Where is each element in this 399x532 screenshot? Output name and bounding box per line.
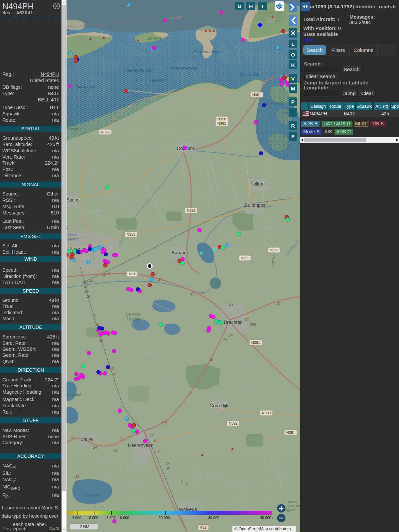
svg-text:23: 23: [70, 436, 74, 440]
svg-text:N381: N381: [251, 340, 260, 344]
svg-text:N361: N361: [252, 93, 261, 97]
svg-text:warden: warden: [66, 237, 78, 241]
svg-text:19: 19: [75, 479, 79, 483]
svg-text:17: 17: [84, 284, 88, 288]
svg-text:10: 10: [165, 461, 169, 465]
svg-text:13: 13: [110, 367, 114, 371]
svg-text:K: K: [291, 62, 295, 68]
svg-text:27: 27: [188, 391, 193, 395]
svg-text:20 000: 20 000: [159, 516, 170, 520]
svg-text:12: 12: [153, 439, 157, 443]
svg-text:O: O: [291, 52, 295, 58]
svg-text:N361: N361: [217, 121, 226, 125]
svg-text:Eilanderbult: Eilanderbult: [239, 72, 259, 76]
svg-text:6 000: 6 000: [89, 516, 98, 520]
svg-text:Buitenpost: Buitenpost: [245, 202, 267, 208]
svg-text:Lauwersmeer: Lauwersmeer: [265, 101, 285, 105]
svg-text:9: 9: [181, 479, 183, 483]
svg-text:28: 28: [200, 291, 204, 295]
svg-text:Feanen: Feanen: [127, 317, 140, 322]
svg-text:M: M: [291, 86, 295, 91]
svg-text:26: 26: [106, 272, 111, 276]
svg-text:T: T: [261, 3, 264, 9]
svg-text:Tsjûkemar: Tsjûkemar: [84, 493, 101, 497]
svg-text:40 000+: 40 000+: [260, 516, 273, 520]
svg-text:I: I: [292, 110, 294, 115]
svg-text:Kollum: Kollum: [250, 181, 265, 187]
svg-text:27: 27: [158, 277, 163, 281]
svg-text:N351: N351: [286, 431, 295, 435]
svg-text:19: 19: [75, 474, 79, 478]
svg-text:2 NM: 2 NM: [80, 524, 89, 529]
svg-text:29: 29: [229, 302, 233, 306]
svg-text:24: 24: [113, 449, 117, 453]
svg-text:11: 11: [157, 450, 161, 454]
svg-text:Heideveld: Heideveld: [150, 78, 167, 82]
svg-text:24: 24: [93, 446, 97, 450]
svg-text:R: R: [291, 123, 295, 129]
svg-text:V: V: [291, 76, 295, 81]
svg-text:30a: 30a: [250, 322, 256, 326]
svg-text:26a: 26a: [161, 420, 167, 424]
svg-text:N31: N31: [129, 272, 135, 276]
svg-text:© OpenStreetMap contributors.: © OpenStreetMap contributors.: [234, 527, 292, 531]
svg-text:Piet Scheve-: Piet Scheve-: [76, 84, 97, 88]
svg-text:31: 31: [277, 302, 281, 306]
svg-text:N369: N369: [241, 256, 249, 260]
svg-text:15: 15: [92, 314, 96, 318]
svg-text:U: U: [238, 3, 241, 9]
svg-text:Friese Wo: Friese Wo: [287, 504, 300, 508]
svg-text:P: P: [291, 99, 295, 105]
svg-text:9: 9: [186, 483, 188, 487]
svg-text:N358: N358: [270, 248, 278, 252]
svg-text:16: 16: [85, 289, 89, 293]
svg-text:De Hôn: De Hôn: [147, 36, 161, 41]
svg-text:Heerenveen: Heerenveen: [128, 443, 153, 448]
svg-text:30: 30: [245, 318, 249, 322]
svg-text:12: 12: [150, 434, 154, 438]
svg-text:Fryslân: Fryslân: [66, 123, 77, 127]
svg-text:30 000: 30 000: [208, 516, 219, 520]
svg-text:Stiens: Stiens: [66, 197, 79, 202]
svg-text:A32: A32: [200, 525, 206, 529]
svg-text:25: 25: [119, 438, 123, 442]
svg-text:Drachten: Drachten: [224, 320, 243, 325]
svg-text:abasis: abasis: [66, 233, 77, 237]
svg-text:L: L: [291, 41, 294, 47]
svg-text:10 000: 10 000: [118, 516, 129, 520]
svg-text:25: 25: [89, 278, 93, 282]
svg-text:F: F: [291, 134, 294, 139]
svg-text:Engelsmanplaat: Engelsmanplaat: [194, 50, 223, 54]
svg-text:N357: N357: [101, 130, 110, 134]
svg-text:13: 13: [111, 372, 115, 376]
svg-text:25: 25: [83, 280, 88, 284]
svg-text:N356: N356: [187, 208, 196, 212]
svg-text:Drents: Drents: [288, 500, 297, 504]
svg-text:10: 10: [166, 466, 170, 470]
svg-text:ûtendyks: ûtendyks: [66, 127, 80, 131]
svg-text:16: 16: [86, 294, 90, 298]
svg-text:H: H: [249, 3, 253, 9]
svg-text:N380: N380: [262, 411, 271, 415]
svg-text:N358: N358: [217, 117, 226, 121]
svg-text:N392: N392: [229, 421, 237, 425]
svg-text:28: 28: [190, 291, 195, 295]
svg-text:Gorredijk: Gorredijk: [209, 403, 229, 408]
svg-text:29: 29: [228, 334, 233, 338]
svg-text:4 000: 4 000: [72, 516, 81, 520]
svg-text:8 000: 8 000: [106, 516, 116, 520]
svg-text:26: 26: [101, 274, 106, 278]
svg-text:eggelde: eggelde: [285, 508, 296, 512]
svg-text:N355: N355: [127, 232, 135, 236]
svg-text:plaat: plaat: [80, 89, 89, 93]
svg-text:De Alde: De Alde: [126, 312, 140, 317]
svg-text:Burgum: Burgum: [172, 250, 188, 255]
svg-text:Wierumerwad: Wierumerwad: [171, 66, 198, 70]
svg-text:29: 29: [222, 338, 227, 342]
svg-text:Joure: Joure: [81, 437, 93, 442]
svg-text:14: 14: [99, 338, 103, 342]
svg-text:Noard-: Noard-: [66, 119, 77, 123]
svg-text:28: 28: [209, 357, 213, 361]
svg-text:ergebied: ergebied: [66, 392, 81, 396]
svg-text:Amelanderwad: Amelanderwad: [123, 68, 153, 73]
